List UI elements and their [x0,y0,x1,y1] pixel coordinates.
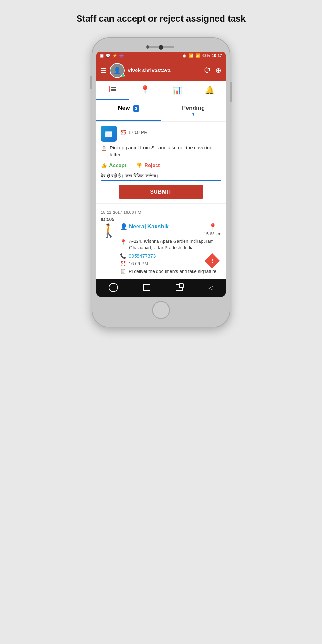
tab-map[interactable]: 📍 [129,81,161,100]
phone-bottom-bar [96,297,226,322]
svg-point-0 [109,86,110,88]
page-title: Staff can accept or reject assigned task [67,13,255,24]
task2-time-row: ⏰ 16:06 PM [120,261,156,267]
status-icon-4: 👾 [119,53,124,58]
alarm-icon: ⏰ [182,53,187,58]
task2-time: 16:06 PM [129,261,148,266]
walker-icon-container: 🚶 [101,223,117,238]
parcel-icon [101,126,117,142]
app-header: ☰ 👤 vivek shrivastava ⏱ ⊕ [96,60,226,81]
svg-rect-3 [111,87,116,88]
nav-menu-icon[interactable]: ◁ [208,284,213,291]
status-left-icons: ▣ 💬 ⚡ 👾 [100,53,124,58]
submit-button[interactable]: SUBMIT [119,185,203,199]
warning-exclamation: ! [211,257,213,264]
task-time: 17:08 PM [128,130,148,135]
address-text: A-224, Krishna Apara Garden Indirapuram,… [129,238,221,251]
svg-point-2 [109,90,110,92]
online-indicator [121,74,125,77]
nav-recents-icon[interactable] [176,284,183,291]
accept-label: Accept [109,163,126,168]
new-badge: 2 [133,105,139,112]
task-time-row: ⏰ 17:08 PM [120,129,148,136]
status-bar: ▣ 💬 ⚡ 👾 ⏰ 📶 📶 62% 10:17 [96,52,226,60]
volume-button [90,76,92,89]
signal-icon: 📶 [195,53,200,58]
bottom-nav: ◁ [96,279,226,297]
task-desc-row: 📋 Pickup parcel from Sir and also get th… [101,144,221,158]
phone-icon: 📞 [120,253,126,259]
hamburger-icon[interactable]: ☰ [101,67,107,74]
task2-desc-icon: 📋 [120,269,126,274]
tab-chart[interactable]: 📊 [161,81,194,100]
svg-point-1 [109,88,110,90]
svg-rect-4 [111,89,116,90]
task-datetime: 15-11-2017 16:06 PM [101,210,141,215]
task-desc: Pickup parcel from Sir and also get the … [110,144,221,158]
task-card-1: ⏰ 17:08 PM 📋 Pickup parcel from Sir and … [96,122,226,204]
tab-tasks[interactable] [96,81,129,100]
phone-row: 📞 9958477373 [120,253,156,259]
task-id: ID:505 [101,217,141,222]
status-icon-2: 💬 [106,53,110,58]
section-tabs: New 2 Pending ▼ [96,100,226,122]
reject-button[interactable]: 👎 Reject [136,161,160,170]
user-name: vivek shrivastava [128,68,201,73]
distance-text: 15.63 km [204,232,221,236]
tab-bell[interactable]: 🔔 [194,81,226,100]
thumbs-up-icon: 👍 [101,162,107,168]
tab-map-icon: 📍 [140,85,150,95]
customer-name-text: Neeraj Kaushik [129,223,169,230]
address-row: 📍 A-224, Krishna Apara Garden Indirapura… [120,238,221,251]
power-button [230,82,232,102]
avatar-wrapper: 👤 [110,63,125,78]
tab-tasks-icon [108,86,117,95]
walker-icon: 🚶 [101,223,117,238]
distance-badge: 📍 15.63 km [204,223,221,236]
nav-home-icon[interactable] [109,283,118,292]
thumbs-down-icon: 👎 [136,162,142,168]
status-icon-1: ▣ [100,53,104,58]
tab-bar: 📍 📊 🔔 [96,81,226,100]
time-label: 10:17 [212,53,222,58]
clock-small-icon: ⏰ [120,129,127,136]
target-icon[interactable]: ⊕ [215,66,221,75]
tab-new-label: New [118,105,130,111]
clock-icon[interactable]: ⏱ [204,66,211,75]
phone-top-bar [96,43,226,52]
customer-row: 👤 Neeraj Kaushik 📍 15.63 km [120,223,221,236]
user-icon: 👤 [120,223,127,230]
wifi-icon: 📶 [189,53,194,58]
customer-name: 👤 Neeraj Kaushik [120,223,169,230]
tab-new[interactable]: New 2 [96,100,161,121]
accept-reject-row: 👍 Accept 👎 Reject [101,161,221,170]
accept-button[interactable]: 👍 Accept [101,161,126,170]
nav-back-icon[interactable] [143,284,150,291]
location-pin-icon: 📍 [208,223,217,232]
phone-camera [159,45,163,50]
tab-chart-icon: 📊 [172,86,182,95]
task-card-2: 15-11-2017 16:06 PM ID:505 🚶 👤 Neeraj Ka… [96,206,226,279]
home-button[interactable] [152,301,170,319]
header-icons: ⏱ ⊕ [204,66,221,75]
warning-icon: ! [206,254,219,267]
pending-dropdown-arrow: ▼ [161,112,226,117]
input-value[interactable]: देर हो रही है। कल विजिट करूंगा। [101,173,159,178]
task2-desc: Pl deliver the documents and take signat… [129,269,218,275]
svg-rect-5 [111,90,116,91]
tab-pending-label: Pending [182,105,205,111]
reject-label: Reject [144,163,160,168]
tab-bell-icon: 🔔 [205,86,214,95]
battery-label: 62% [202,53,210,58]
phone-number[interactable]: 9958477373 [129,253,156,259]
address-icon: 📍 [120,239,127,245]
phone-screen: ▣ 💬 ⚡ 👾 ⏰ 📶 📶 62% 10:17 ☰ 👤 vivek shriva… [96,52,226,297]
task2-desc-row: 📋 Pl deliver the documents and take sign… [120,269,221,275]
desc-icon: 📋 [101,145,107,151]
tab-pending[interactable]: Pending ▼ [161,100,226,121]
task2-clock-icon: ⏰ [120,261,126,267]
status-right-icons: ⏰ 📶 📶 62% 10:17 [182,53,222,58]
status-icon-3: ⚡ [112,53,117,58]
phone-mockup: ▣ 💬 ⚡ 👾 ⏰ 📶 📶 62% 10:17 ☰ 👤 vivek shriva… [92,37,230,327]
text-input-row: देर हो रही है। कल विजिट करूंगा। [101,173,221,181]
